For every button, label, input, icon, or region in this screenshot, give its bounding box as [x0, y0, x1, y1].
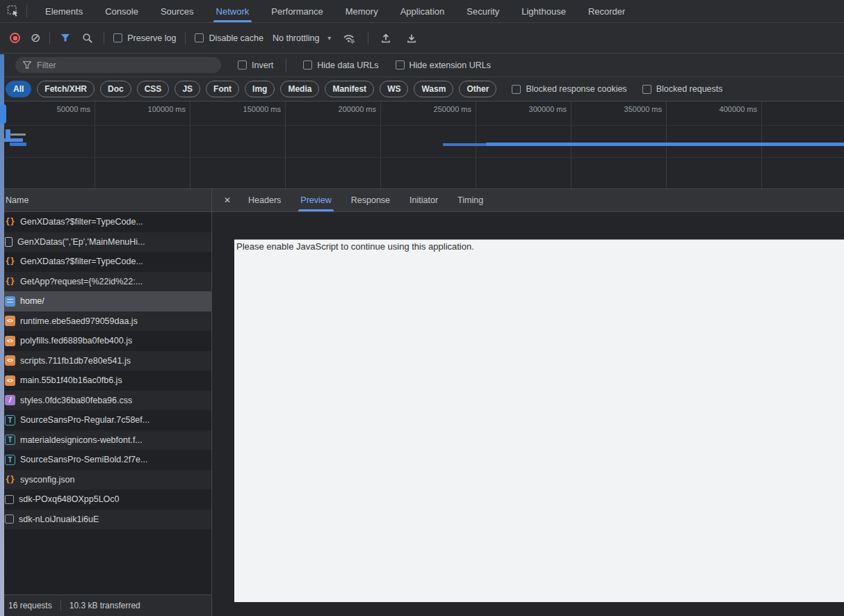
waterfall-bar [10, 133, 26, 136]
main-tab[interactable]: Memory [334, 0, 389, 22]
record-network-log-button[interactable] [8, 33, 22, 43]
filter-funnel-icon [60, 33, 70, 42]
devtools-tabbar: ElementsConsoleSourcesNetworkPerformance… [0, 0, 844, 23]
request-list: {} GenXDatas?$filter=TypeCode... GenXDat… [0, 212, 211, 594]
inspect-icon [7, 5, 19, 17]
main-tab[interactable]: Network [205, 0, 261, 22]
request-row[interactable]: GenXDatas('','Ep','MainMenuHi... [0, 232, 211, 252]
network-overview-timeline[interactable]: 50000 ms100000 ms150000 ms200000 ms25000… [0, 102, 844, 189]
request-name: SourceSansPro-Regular.7c58ef... [20, 415, 149, 425]
request-row[interactable]: T SourceSansPro-SemiBold.2f7e... [0, 450, 211, 470]
filter-bar: Invert Hide data URLs Hide extension URL… [0, 54, 844, 77]
detail-tab[interactable]: Timing [448, 189, 493, 211]
preserve-log-group: Preserve log [113, 33, 176, 43]
waterfall-bar [10, 143, 26, 146]
request-type-chip[interactable]: WS [380, 81, 408, 97]
main-tab[interactable]: Sources [149, 0, 205, 22]
json-icon: {} [5, 276, 15, 286]
chips: AllFetch/XHRDocCSSJSFontImgMediaManifest… [6, 81, 496, 97]
request-row[interactable]: <> polyfills.fed6889ba0feb400.js [0, 331, 211, 351]
filter-input-pill [15, 57, 221, 73]
detail-tab[interactable]: Initiator [400, 189, 448, 211]
waterfall-bar [6, 129, 10, 139]
blocked-response-cookies-checkbox[interactable] [512, 85, 521, 94]
hide-extension-urls-checkbox[interactable] [396, 60, 405, 70]
hide-extension-urls-group: Hide extension URLs [396, 60, 491, 70]
network-summary-bar: 16 requests 10.3 kB transferred [0, 594, 211, 616]
close-detail-button[interactable]: ✕ [216, 189, 238, 211]
waterfall-bar-long [443, 143, 486, 146]
request-type-chip[interactable]: Doc [100, 81, 131, 97]
request-row[interactable]: T materialdesignicons-webfont.f... [0, 430, 211, 451]
request-name: GenXDatas('','Ep','MainMenuHi... [17, 237, 145, 247]
search-button[interactable] [81, 33, 95, 44]
request-row[interactable]: <> runtime.ebe5aed979059daa.js [0, 311, 211, 332]
request-type-chip[interactable]: CSS [137, 81, 170, 97]
script-icon: <> [5, 375, 15, 386]
request-type-filter-row: AllFetch/XHRDocCSSJSFontImgMediaManifest… [0, 77, 844, 102]
main-tab[interactable]: Application [389, 0, 456, 22]
request-row[interactable]: {} GenXDatas?$filter=TypeCode... [0, 212, 211, 232]
request-type-chip[interactable]: Fetch/XHR [37, 81, 95, 97]
main-tab[interactable]: Console [94, 0, 149, 22]
timeline-tick-label: 100000 ms [95, 102, 190, 188]
network-toolbar: ⊘ Preserve log Disable [0, 23, 844, 54]
request-row[interactable]: / styles.0fdc36ba80feba96.css [0, 391, 211, 411]
detail-tab[interactable]: Headers [238, 189, 291, 211]
detail-tab[interactable]: Preview [291, 189, 341, 211]
detail-tab[interactable]: Response [341, 189, 400, 211]
request-name: sysconfig.json [20, 475, 75, 485]
name-column-header[interactable]: Name [0, 189, 211, 212]
script-icon: <> [5, 336, 15, 346]
request-type-chip[interactable]: Font [206, 81, 239, 97]
main-tab[interactable]: Recorder [577, 0, 636, 22]
request-row[interactable]: <> scripts.711fb1db7e80e541.js [0, 351, 211, 371]
request-type-chip[interactable]: JS [175, 81, 200, 97]
blocked-response-cookies-label: Blocked response cookies [526, 84, 626, 94]
request-type-chip[interactable]: Wasm [414, 81, 453, 97]
throttling-dropdown[interactable]: No throttling ▾ [273, 33, 331, 43]
chevron-down-icon: ▾ [327, 34, 331, 42]
disable-cache-checkbox[interactable] [195, 33, 204, 42]
preserve-log-label: Preserve log [127, 33, 176, 43]
page-scrollbar-strip[interactable] [0, 54, 4, 616]
request-name: GenXDatas?$filter=TypeCode... [20, 217, 143, 227]
main-tab[interactable]: Elements [34, 0, 94, 22]
request-row[interactable]: sdk-nLoiJnuaik1i6uE [0, 510, 211, 530]
request-row[interactable]: T SourceSansPro-Regular.7c58ef... [0, 410, 211, 430]
network-conditions-button[interactable] [340, 33, 359, 44]
preserve-log-checkbox[interactable] [113, 33, 122, 42]
request-type-chip[interactable]: Media [280, 81, 319, 97]
request-row[interactable]: {} GenXDatas?$filter=TypeCode... [0, 252, 211, 272]
request-name: sdk-POxq648OXpp5LOc0 [19, 494, 120, 504]
disable-cache-group: Disable cache [195, 33, 263, 43]
hide-data-urls-checkbox[interactable] [303, 60, 312, 70]
filter-toggle-button[interactable] [59, 33, 72, 42]
invert-checkbox[interactable] [238, 60, 247, 70]
request-name: GenXDatas?$filter=TypeCode... [20, 257, 143, 266]
main-tab[interactable]: Lighthouse [510, 0, 577, 22]
inspect-element-button[interactable] [0, 0, 26, 22]
overview-drag-handle[interactable] [0, 104, 6, 124]
blocked-requests-checkbox[interactable] [642, 85, 651, 94]
request-name: GetApp?request={%22id%22:... [20, 277, 143, 286]
export-har-button[interactable] [403, 33, 420, 44]
request-row[interactable]: home/ [0, 291, 211, 311]
request-row[interactable]: {} GetApp?request={%22id%22:... [0, 272, 211, 292]
request-row[interactable]: <> main.55b1f40b16ac0fb6.js [0, 371, 211, 391]
request-row[interactable]: {} sysconfig.json [0, 470, 211, 490]
request-type-chip[interactable]: Other [459, 81, 496, 97]
main-tabs: ElementsConsoleSourcesNetworkPerformance… [34, 0, 636, 22]
main-tab[interactable]: Performance [260, 0, 334, 22]
unknown-icon [5, 514, 14, 524]
filter-input[interactable] [37, 60, 213, 70]
main-tab[interactable]: Security [455, 0, 510, 22]
html-icon [5, 296, 15, 307]
request-type-chip[interactable]: Img [245, 81, 275, 97]
import-har-button[interactable] [378, 33, 394, 44]
request-type-chip[interactable]: Manifest [325, 81, 374, 97]
request-type-chip[interactable]: All [6, 81, 31, 97]
clear-network-log-button[interactable]: ⊘ [31, 32, 40, 44]
request-name: polyfills.fed6889ba0feb400.js [20, 336, 132, 346]
request-row[interactable]: sdk-POxq648OXpp5LOc0 [0, 489, 211, 510]
